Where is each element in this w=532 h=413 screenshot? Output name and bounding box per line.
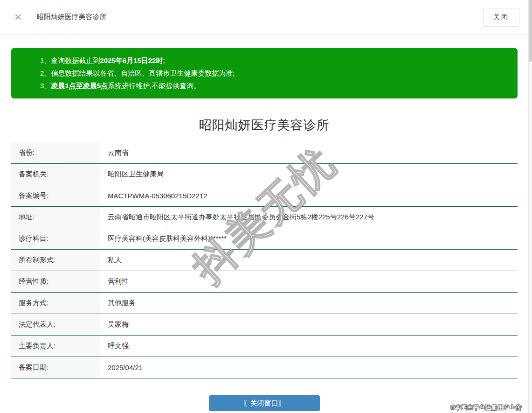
row-value: 呼文强 [100,336,518,357]
window-title: 昭阳灿妍医疗美容诊所 [37,13,107,21]
row-label: 备案日期: [11,357,100,378]
bottom-button-area: 〖关闭窗口〗 [0,395,528,411]
notice-line-bold: 2025年6月15日22时 [100,56,163,64]
notice-line-number: 1、 [40,56,51,64]
notice-line-text: ; [163,56,165,64]
row-value: 昭阳区卫生健康局 [100,164,518,185]
scrollbar-thumb[interactable] [529,0,532,62]
row-value: 营利性 [100,271,518,292]
row-label: 法定代表人: [11,314,100,335]
row-value: MACTPWMA-053060215D2212 [100,185,518,206]
row-label: 诊疗科目: [11,228,100,249]
row-value: 2025/04/21 [100,357,518,378]
notice-line: 3、凌晨1点至凌晨5点系统进行维护,不能提供查询。 [40,79,504,92]
info-table: 省份: 云南省 备案机关: 昭阳区卫生健康局 备案编号: MACTPWMA-05… [11,142,518,378]
table-row: 经营性质: 营利性 [11,271,518,293]
row-label: 所有制形式: [11,250,100,271]
row-label: 备案机关: [11,164,100,185]
close-window-button[interactable]: 〖关闭窗口〗 [209,395,320,411]
notice-line: 1、查询数据截止到2025年6月15日22时; [40,54,504,67]
notice-line-text: 系统进行维护,不能提供查询。 [108,82,200,90]
table-row: 备案机关: 昭阳区卫生健康局 [11,164,518,185]
row-value: 云南省 [100,142,518,163]
table-row: 服务方式: 其他服务 [11,293,518,314]
row-label: 地址: [11,207,100,228]
notice-line: 2、信息数据结果以各省、自治区、直辖市卫生健康委数据为准; [40,67,504,79]
row-label: 备案编号: [11,185,100,206]
row-label: 省份: [11,142,100,163]
page-title: 昭阳灿妍医疗美容诊所 [0,117,528,133]
scrollbar[interactable] [528,0,532,413]
table-row: 备案编号: MACTPWMA-053060215D2212 [11,185,518,207]
notice-line-number: 2、 [40,69,51,77]
notice-line-text: 信息数据结果以各省、自治区、直辖市卫生健康委数据为准; [51,69,235,77]
close-x-icon[interactable]: ✕ [14,12,22,22]
row-value: 医疗美容科(美容皮肤科美容外科)****** [100,228,518,249]
row-value: 云南省昭通市昭阳区太平街道办事处太平社区居民委员会金街5栋2楼225号226号2… [100,207,518,228]
notice-line-text: 查询数据截止到 [51,56,100,64]
row-label: 服务方式: [11,293,100,314]
clinic-record-page: ✕ 昭阳灿妍医疗美容诊所 关闭 1、查询数据截止到2025年6月15日22时; … [0,0,528,413]
table-row: 地址: 云南省昭通市昭阳区太平街道办事处太平社区居民委员会金街5栋2楼225号2… [11,207,518,228]
notice-banner: 1、查询数据截止到2025年6月15日22时; 2、信息数据结果以各省、自治区、… [11,48,518,98]
table-row: 法定代表人: 吴家梅 [11,314,518,336]
notice-line-bold: 凌晨1点至凌晨5点 [51,82,108,90]
table-row: 诊疗科目: 医疗美容科(美容皮肤科美容外科)****** [11,228,518,250]
row-label: 经营性质: [11,271,100,292]
copyright-stamp: ©本图由平台注册用户上传 [450,404,522,412]
table-row: 主要负责人: 呼文强 [11,336,518,357]
notice-line-number: 3、 [40,82,51,90]
window-header: ✕ 昭阳灿妍医疗美容诊所 关闭 [0,0,528,35]
table-row: 所有制形式: 私人 [11,250,518,271]
close-button[interactable]: 关闭 [483,8,519,27]
table-row: 省份: 云南省 [11,142,518,164]
row-value: 吴家梅 [100,314,518,335]
row-value: 其他服务 [100,293,518,314]
row-value: 私人 [100,250,518,271]
table-row: 备案日期: 2025/04/21 [11,357,518,378]
row-label: 主要负责人: [11,336,100,357]
